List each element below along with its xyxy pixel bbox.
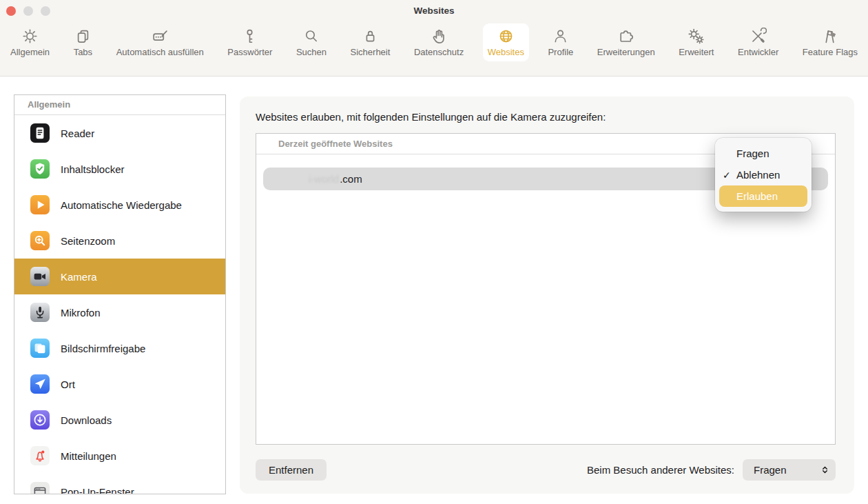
sidebar-item-label: Reader — [61, 128, 94, 139]
menu-item-ablehnen[interactable]: ✓Ablehnen — [715, 164, 812, 185]
sidebar-item-inhaltsblocker[interactable]: Inhaltsblocker — [14, 151, 225, 187]
toolbar-item-suchen[interactable]: Suchen — [291, 23, 331, 61]
toolbar-item-feature-flags[interactable]: Feature Flags — [798, 23, 862, 61]
autoplay-icon — [30, 195, 50, 214]
checkmark-icon: ✓ — [723, 170, 734, 181]
sidebar-item-label: Mikrofon — [61, 307, 101, 319]
flags-icon — [821, 27, 838, 45]
gears-icon — [688, 27, 705, 45]
sidebar-item-label: Automatische Wiedergabe — [61, 199, 182, 211]
sidebar-item-seitenzoom[interactable]: Seitenzoom — [14, 223, 225, 259]
reader-icon — [30, 123, 50, 143]
toolbar: AllgemeinTabsAutomatisch ausfüllenPasswö… — [0, 21, 868, 76]
toolbar-item-profile[interactable]: Profile — [543, 23, 578, 61]
sidebar-item-mikrofon[interactable]: Mikrofon — [14, 294, 225, 330]
sidebar-item-label: Downloads — [61, 414, 112, 426]
menu-item-label: Fragen — [736, 148, 769, 159]
toolbar-item-entwickler[interactable]: Entwickler — [733, 23, 783, 61]
content-blocker-icon — [30, 159, 50, 179]
safari-settings-window: Websites AllgemeinTabsAutomatisch ausfül… — [0, 0, 868, 504]
toolbar-item-label: Passwörter — [227, 47, 272, 57]
site-name-redacted: i-world — [309, 173, 339, 185]
toolbar-item-tabs[interactable]: Tabs — [69, 23, 97, 61]
window-chrome: Websites AllgemeinTabsAutomatisch ausfül… — [0, 0, 868, 77]
menu-item-fragen[interactable]: Fragen — [715, 143, 812, 164]
toolbar-item-label: Tabs — [74, 47, 92, 57]
toolbar-item-label: Profile — [548, 47, 573, 57]
sidebar-item-label: Kamera — [61, 271, 97, 283]
tabs-icon — [74, 27, 92, 45]
sidebar-item-label: Mitteilungen — [61, 450, 116, 462]
toolbar-item-label: Datenschutz — [414, 47, 464, 57]
policy-label: Beim Besuch anderer Websites: — [587, 464, 734, 476]
toolbar-item-allgemein[interactable]: Allgemein — [6, 23, 54, 61]
site-name: .com — [340, 173, 362, 185]
toolbar-item-label: Websites — [488, 47, 524, 57]
camera-policy-menu: Fragen✓AblehnenErlauben — [715, 138, 812, 212]
sidebar-item-ort[interactable]: Ort — [14, 366, 225, 402]
toolbar-item-erweiterungen[interactable]: Erweiterungen — [592, 23, 660, 61]
sidebar-header: Allgemein — [14, 95, 225, 115]
bell-icon — [30, 446, 50, 465]
toolbar-item-passwoerter[interactable]: Passwörter — [223, 23, 277, 61]
sidebar-item-pop-up-fenster[interactable]: Pop-Up-Fenster — [14, 474, 225, 494]
sidebar-item-kamera[interactable]: Kamera — [14, 259, 225, 294]
toolbar-item-websites[interactable]: Websites — [483, 23, 529, 61]
sidebar-item-automatische-wiedergabe[interactable]: Automatische Wiedergabe — [14, 187, 225, 223]
window-title: Websites — [0, 0, 868, 22]
titlebar: Websites — [0, 0, 868, 21]
toolbar-item-label: Feature Flags — [803, 47, 858, 57]
toolbar-item-label: Erweiterungen — [597, 47, 655, 57]
puzzle-icon — [617, 27, 634, 45]
sidebar-item-bildschirmfreigabe[interactable]: Bildschirmfreigabe — [14, 330, 225, 366]
toolbar-item-label: Allgemein — [10, 47, 50, 57]
toolbar-item-label: Erweitert — [679, 47, 714, 57]
popup-icon — [30, 482, 50, 494]
tools-icon — [750, 27, 767, 45]
microphone-icon — [30, 303, 50, 322]
menu-item-label: Ablehnen — [736, 169, 780, 181]
sidebar-item-reader[interactable]: Reader — [14, 115, 225, 151]
gear-icon — [21, 27, 39, 45]
sidebar-items: ReaderInhaltsblockerAutomatische Wiederg… — [14, 115, 225, 494]
downloads-icon — [30, 410, 50, 430]
camera-icon — [30, 267, 50, 286]
toolbar-item-label: Sicherheit — [351, 47, 391, 57]
sidebar: Allgemein ReaderInhaltsblockerAutomatisc… — [14, 94, 226, 494]
menu-item-erlauben[interactable]: Erlauben — [719, 185, 807, 207]
sidebar-item-label: Inhaltsblocker — [61, 163, 125, 175]
sidebar-item-label: Ort — [61, 379, 75, 390]
page-zoom-icon — [30, 231, 50, 250]
sidebar-item-label: Pop-Up-Fenster — [61, 486, 134, 495]
toolbar-item-label: Automatisch ausfüllen — [116, 47, 204, 57]
chevron-updown-icon — [820, 465, 829, 474]
location-icon — [30, 374, 50, 394]
policy-value: Fragen — [754, 464, 787, 476]
hand-icon — [431, 27, 448, 45]
toolbar-item-label: Entwickler — [738, 47, 778, 57]
search-icon — [302, 27, 320, 45]
toolbar-item-datenschutz[interactable]: Datenschutz — [409, 23, 468, 61]
sidebar-item-label: Seitenzoom — [61, 235, 115, 247]
toolbar-item-sicherheit[interactable]: Sicherheit — [346, 23, 395, 61]
toolbar-item-label: Suchen — [296, 47, 327, 57]
remove-button[interactable]: Entfernen — [256, 459, 327, 481]
toolbar-item-automatisch-ausfuellen[interactable]: Automatisch ausfüllen — [112, 23, 209, 61]
screen-share-icon — [30, 339, 50, 358]
person-icon — [552, 27, 569, 45]
sidebar-item-mitteilungen[interactable]: Mitteilungen — [14, 438, 225, 474]
sidebar-item-downloads[interactable]: Downloads — [14, 402, 225, 438]
footer-policy-group: Beim Besuch anderer Websites: Fragen — [587, 459, 836, 481]
sidebar-item-label: Bildschirmfreigabe — [61, 343, 145, 354]
toolbar-item-erweitert[interactable]: Erweitert — [674, 23, 719, 61]
lock-icon — [362, 27, 379, 45]
globe-icon — [497, 27, 515, 45]
permission-heading: Websites erlauben, mit folgenden Einstel… — [256, 111, 606, 123]
default-policy-select[interactable]: Fragen — [743, 459, 836, 481]
autofill-icon — [152, 27, 169, 45]
key-icon — [241, 27, 258, 45]
menu-item-label: Erlauben — [736, 190, 778, 202]
